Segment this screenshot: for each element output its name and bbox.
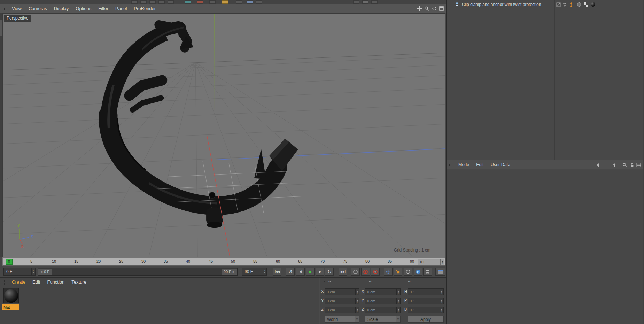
goto-start-button[interactable]: |◀◀ xyxy=(273,268,281,276)
stepper-icon[interactable]: ▲▼ xyxy=(396,307,400,313)
menu-view[interactable]: View xyxy=(8,6,25,11)
pan-icon[interactable] xyxy=(416,5,423,12)
rot-h-field[interactable]: 0 °▲▼ xyxy=(408,288,444,295)
stepper-icon[interactable]: ▲▼ xyxy=(263,268,266,275)
up-icon[interactable] xyxy=(612,162,617,168)
stepper-icon[interactable]: ▲▼ xyxy=(355,289,359,295)
menu-edit[interactable]: Edit xyxy=(29,279,44,285)
menu-options[interactable]: Options xyxy=(72,6,95,11)
play-reverse-button[interactable]: ↺ xyxy=(286,268,295,276)
menu-panel[interactable]: Panel xyxy=(112,6,130,11)
transform-mode-dropdown[interactable]: Scale ▼ xyxy=(365,316,401,323)
search-icon[interactable] xyxy=(622,162,627,168)
toggle-icon[interactable] xyxy=(562,2,567,8)
size-y-field[interactable]: 0 cm▲▼ xyxy=(365,298,401,304)
material-name[interactable]: Mat xyxy=(2,304,19,310)
pos-y-field[interactable]: 0 cm▲▼ xyxy=(325,298,359,304)
object-icon[interactable] xyxy=(454,2,460,9)
rotate-icon[interactable] xyxy=(431,5,437,12)
visibility-dots-icon[interactable] xyxy=(570,2,573,9)
timeline-ruler[interactable]: 0 5 10 15 20 25 30 35 40 45 50 55 60 65 … xyxy=(2,257,445,266)
key-rotation-button[interactable] xyxy=(404,268,412,276)
end-frame-field[interactable]: 90 F ▲▼ xyxy=(242,268,267,276)
key-position-button[interactable] xyxy=(384,268,393,276)
toolbar-fragment xyxy=(247,0,253,4)
apply-button[interactable]: Apply xyxy=(408,316,444,323)
key-parameter-button[interactable]: P xyxy=(414,268,422,276)
edit-icon[interactable] xyxy=(556,2,561,8)
menu-edit[interactable]: Edit xyxy=(473,162,487,167)
size-x-field[interactable]: 0 cm▲▼ xyxy=(365,288,401,295)
size-z-field[interactable]: 0 cm▲▼ xyxy=(365,307,401,313)
coordinate-space-dropdown[interactable]: World ▼ xyxy=(325,316,359,323)
menu-display[interactable]: Display xyxy=(51,6,72,11)
drag-grip-icon[interactable] xyxy=(2,6,6,11)
toolbar-fragment xyxy=(131,0,138,4)
menu-prorender[interactable]: ProRender xyxy=(130,6,159,11)
goto-end-button[interactable]: ▶▶| xyxy=(339,268,347,276)
stepper-icon[interactable]: ▲▼ xyxy=(355,307,359,313)
range-start-handle[interactable]: ◀ 0 F xyxy=(38,269,52,275)
object-manager[interactable]: Clip clamp and anchor with twist protect… xyxy=(447,0,644,160)
keyframe-selection-button[interactable] xyxy=(351,268,360,276)
scrollbar[interactable] xyxy=(643,0,644,324)
toolbar-fragment-active xyxy=(222,0,228,4)
drag-grip-icon[interactable] xyxy=(324,279,327,284)
stepper-icon[interactable]: ▲▼ xyxy=(396,289,400,295)
viewport-menubar: View Cameras Display Options Filter Pane… xyxy=(0,4,446,13)
key-scale-button[interactable] xyxy=(394,268,402,276)
menu-cameras[interactable]: Cameras xyxy=(25,6,51,11)
stepper-icon[interactable]: ▲▼ xyxy=(440,298,443,304)
stepper-icon[interactable]: ▲▼ xyxy=(440,289,443,295)
viewport-3d[interactable]: Perspective Grid Spacing : 1 cm Y Z X xyxy=(2,13,445,257)
stepper-icon[interactable]: ▲▼ xyxy=(440,259,444,265)
viewport-canvas[interactable] xyxy=(3,14,445,257)
menu-create[interactable]: Create xyxy=(8,279,29,285)
current-frame-field[interactable]: 0 F ▲▼ xyxy=(3,268,36,276)
stepper-icon[interactable]: ▲▼ xyxy=(31,268,35,275)
record-active-objects-button[interactable] xyxy=(361,268,370,276)
loop-button[interactable]: ↻ xyxy=(325,268,334,276)
attribute-manager-body[interactable] xyxy=(447,170,644,324)
timeline-layout-button[interactable] xyxy=(435,268,445,276)
key-pla-button[interactable] xyxy=(423,268,432,276)
menu-function[interactable]: Function xyxy=(44,279,68,285)
drag-grip-icon[interactable] xyxy=(449,162,452,167)
top-toolbar-clipped[interactable] xyxy=(0,0,446,4)
play-button[interactable]: ▶ xyxy=(306,268,315,276)
timeline-range-slider[interactable]: ◀ 0 F 90 F ▶ xyxy=(38,268,238,276)
toggle-view-icon[interactable] xyxy=(438,5,445,12)
menu-mode[interactable]: Mode xyxy=(455,162,473,167)
drag-grip-icon[interactable] xyxy=(2,279,6,285)
back-icon[interactable] xyxy=(596,162,601,168)
ruler-frame-field[interactable]: 0 F ▲▼ xyxy=(418,259,444,265)
menu-filter[interactable]: Filter xyxy=(95,6,112,11)
stepper-icon[interactable]: ▲▼ xyxy=(355,298,359,304)
phong-icon[interactable] xyxy=(577,2,582,8)
object-row[interactable]: Clip clamp and anchor with twist protect… xyxy=(447,1,644,8)
timeline-tick: 25 xyxy=(119,259,123,263)
chevron-right-icon: ▶ xyxy=(233,270,235,273)
object-manager-column-divider[interactable] xyxy=(554,0,555,160)
range-end-handle[interactable]: 90 F ▶ xyxy=(222,269,237,275)
rot-b-field[interactable]: 0 °▲▼ xyxy=(408,307,444,313)
pos-z-field[interactable]: 0 cm▲▼ xyxy=(325,307,359,313)
lock-icon[interactable] xyxy=(629,162,635,168)
object-name[interactable]: Clip clamp and anchor with twist protect… xyxy=(462,2,541,7)
grid-icon[interactable] xyxy=(636,162,641,168)
stepper-icon[interactable]: ▲▼ xyxy=(396,298,400,304)
rot-p-field[interactable]: 0 °▲▼ xyxy=(408,298,444,304)
next-frame-button[interactable]: |▶ xyxy=(316,268,324,276)
autokeying-button[interactable] xyxy=(371,268,380,276)
palette-handle[interactable] xyxy=(0,20,2,36)
material-thumbnail[interactable] xyxy=(3,288,19,303)
pos-x-field[interactable]: 0 cm▲▼ xyxy=(325,288,359,295)
menu-user-data[interactable]: User Data xyxy=(487,162,514,167)
right-panel: Clip clamp and anchor with twist protect… xyxy=(446,0,644,324)
texture-checker-icon[interactable] xyxy=(584,2,588,8)
dolly-icon[interactable] xyxy=(424,5,430,12)
stepper-icon[interactable]: ▲▼ xyxy=(440,307,443,313)
menu-texture[interactable]: Texture xyxy=(68,279,90,285)
previous-frame-button[interactable]: ◀| xyxy=(296,268,305,276)
material-tag-icon[interactable] xyxy=(591,2,595,7)
